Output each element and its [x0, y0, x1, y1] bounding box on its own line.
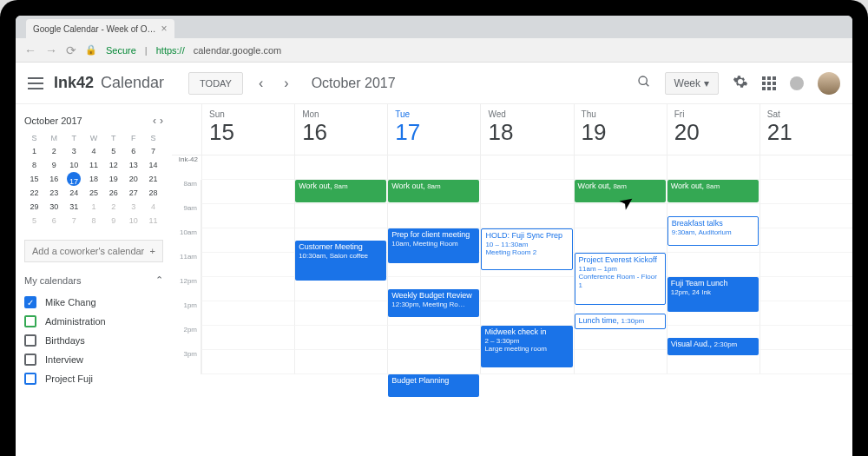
calendar-item[interactable]: Mike Chang [24, 293, 163, 312]
hour-cell[interactable] [760, 228, 852, 253]
next-week-icon[interactable]: › [279, 76, 293, 91]
day-header[interactable]: Sat21 [760, 104, 852, 155]
allday-cell[interactable] [387, 155, 480, 180]
calendar-event[interactable]: Weekly Budget Review12:30pm, Meeting Ro… [388, 289, 479, 317]
calendar-event[interactable]: Lunch time, 1:30pm [575, 314, 666, 329]
hour-cell[interactable] [201, 301, 294, 326]
calendar-event[interactable]: HOLD: Fuji Sync Prep10 – 11:30amMeeting … [481, 228, 572, 270]
browser-tab[interactable]: Google Calendar - Week of O… × [26, 19, 174, 38]
mini-day[interactable]: 15 [24, 172, 44, 186]
allday-cell[interactable] [574, 155, 667, 180]
hour-cell[interactable] [667, 253, 760, 277]
mini-day[interactable]: 4 [143, 200, 163, 214]
hour-cell[interactable] [201, 350, 294, 374]
calendar-event[interactable]: Work out, 8am [295, 180, 386, 202]
day-header[interactable]: Sun15 [201, 104, 294, 155]
calendar-item[interactable]: Administration [24, 312, 163, 331]
hour-cell[interactable] [574, 228, 667, 253]
checkbox[interactable] [24, 296, 36, 308]
mini-next-icon[interactable]: › [160, 115, 163, 127]
mini-day[interactable]: 30 [44, 200, 64, 214]
allday-cell[interactable] [480, 155, 573, 180]
mini-day[interactable]: 17 [67, 172, 81, 186]
mini-day[interactable]: 10 [123, 214, 143, 228]
mini-calendar[interactable]: SMTWTFS123456789101112131415161718192021… [24, 132, 163, 228]
close-icon[interactable]: × [161, 23, 168, 35]
mini-prev-icon[interactable]: ‹ [153, 115, 156, 127]
hour-cell[interactable] [760, 180, 852, 204]
checkbox[interactable] [24, 334, 36, 347]
hour-cell[interactable] [480, 301, 573, 326]
hour-cell[interactable] [480, 180, 573, 204]
allday-cell[interactable] [667, 155, 760, 180]
mini-day[interactable]: 13 [123, 158, 143, 172]
mini-day[interactable]: 4 [84, 144, 104, 158]
mini-day[interactable]: 9 [44, 158, 64, 172]
mini-day[interactable]: 5 [24, 214, 44, 228]
hour-cell[interactable] [387, 326, 480, 350]
hour-cell[interactable] [760, 277, 852, 301]
mini-day[interactable]: 11 [84, 158, 104, 172]
mini-day[interactable]: 2 [103, 200, 123, 214]
avatar[interactable] [818, 72, 840, 95]
hour-cell[interactable] [201, 204, 294, 228]
search-icon[interactable] [637, 75, 651, 92]
today-button[interactable]: TODAY [188, 72, 243, 95]
apps-icon[interactable] [762, 76, 776, 90]
day-header[interactable]: Mon16 [294, 104, 387, 155]
calendar-event[interactable]: Work out, 8am [575, 180, 666, 202]
hour-cell[interactable] [574, 204, 667, 228]
hour-cell[interactable] [294, 350, 387, 374]
mini-day[interactable]: 1 [84, 200, 104, 214]
hour-cell[interactable] [760, 301, 852, 326]
mini-day[interactable]: 21 [143, 172, 163, 186]
allday-cell[interactable] [294, 155, 387, 180]
calendar-event[interactable]: Prep for client meeting10am, Meeting Roo… [388, 228, 479, 263]
mini-day[interactable]: 16 [44, 172, 64, 186]
calendar-event[interactable]: Midweek check in2 – 3:30pmLarge meeting … [481, 326, 572, 367]
calendar-event[interactable]: Breakfast talks9:30am, Auditorium [667, 216, 759, 246]
gear-icon[interactable] [733, 74, 748, 93]
mini-day[interactable]: 6 [44, 214, 64, 228]
mini-day[interactable]: 20 [123, 172, 143, 186]
hour-cell[interactable] [480, 277, 573, 301]
mini-day[interactable]: 1 [24, 144, 44, 158]
mini-day[interactable]: 8 [84, 214, 104, 228]
mini-day[interactable]: 27 [123, 186, 143, 200]
calendar-event[interactable]: Budget Planning [388, 374, 479, 397]
mini-day[interactable]: 10 [64, 158, 84, 172]
hour-cell[interactable] [201, 180, 294, 204]
hour-cell[interactable] [294, 277, 387, 301]
reload-icon[interactable]: ⟳ [66, 43, 76, 57]
calendar-item[interactable]: Birthdays [24, 331, 163, 350]
allday-cell[interactable] [760, 155, 852, 180]
mini-day[interactable]: 9 [103, 214, 123, 228]
prev-week-icon[interactable]: ‹ [253, 76, 268, 91]
mini-day[interactable]: 25 [84, 186, 104, 200]
mini-day[interactable]: 6 [123, 144, 143, 158]
mini-day[interactable]: 29 [24, 200, 44, 214]
hour-cell[interactable] [387, 350, 480, 374]
calendar-event[interactable]: Fuji Team Lunch12pm, 24 Ink [667, 277, 759, 312]
checkbox[interactable] [24, 373, 36, 385]
calendar-event[interactable]: Work out, 8am [667, 180, 759, 202]
hour-cell[interactable] [574, 350, 667, 374]
hour-cell[interactable] [201, 326, 294, 350]
view-selector[interactable]: Week ▾ [665, 72, 719, 95]
mini-day[interactable]: 18 [84, 172, 104, 186]
mini-day[interactable]: 23 [44, 186, 64, 200]
calendar-event[interactable]: Customer Meeting10:30am, Salon coffee [295, 241, 386, 281]
mini-day[interactable]: 24 [64, 186, 84, 200]
hour-cell[interactable] [574, 326, 667, 350]
mini-day[interactable]: 7 [64, 214, 84, 228]
calendar-event[interactable]: Visual Aud., 2:30pm [667, 338, 759, 355]
mini-day[interactable]: 11 [143, 214, 163, 228]
day-header[interactable]: Tue17 [387, 104, 480, 155]
calendar-item[interactable]: Interview [24, 350, 163, 369]
day-header[interactable]: Wed18 [480, 104, 573, 155]
mini-day[interactable]: 19 [103, 172, 123, 186]
mini-day[interactable]: 22 [24, 186, 44, 200]
mini-day[interactable]: 28 [143, 186, 163, 200]
mini-day[interactable]: 26 [103, 186, 123, 200]
hour-cell[interactable] [294, 301, 387, 326]
